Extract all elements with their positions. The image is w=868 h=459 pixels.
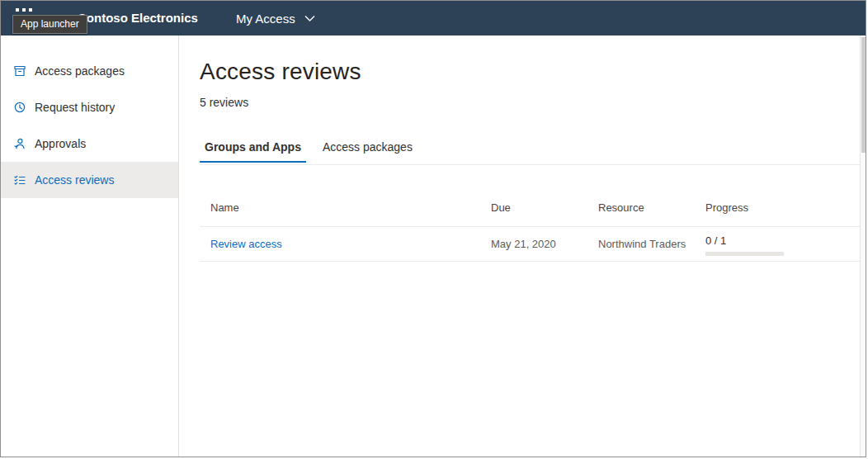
sidebar-item-label: Approvals (35, 137, 86, 150)
sidebar: Access packages Request history Approval… (1, 35, 179, 457)
tab-bar: Groups and Apps Access packages (200, 140, 860, 163)
top-bar: Contoso Electronics My Access App launch… (1, 1, 866, 35)
scrollbar[interactable] (860, 35, 866, 457)
table-header-row: Name Due Resource Progress (200, 188, 860, 227)
column-header-name: Name (210, 201, 491, 214)
sidebar-item-label: Access packages (35, 64, 125, 78)
sidebar-item-access-reviews[interactable]: Access reviews (1, 162, 178, 198)
request-history-icon (13, 101, 26, 114)
review-access-link[interactable]: Review access (210, 238, 282, 250)
sidebar-item-request-history[interactable]: Request history (1, 89, 178, 125)
access-reviews-icon (13, 173, 26, 187)
column-header-due: Due (491, 201, 598, 214)
sidebar-item-access-packages[interactable]: Access packages (1, 53, 178, 89)
app-launcher-tooltip: App launcher (12, 15, 87, 34)
progress-label: 0 / 1 (705, 235, 860, 247)
column-header-resource: Resource (598, 201, 705, 214)
table-row: Review access May 21, 2020 Northwind Tra… (200, 227, 860, 262)
resource-cell: Northwind Traders (598, 238, 705, 250)
progress-cell: 0 / 1 (705, 233, 860, 256)
chevron-down-icon (304, 15, 315, 22)
organization-name: Contoso Electronics (78, 1, 198, 35)
sidebar-item-label: Request history (35, 101, 115, 114)
my-access-portal: Contoso Electronics My Access App launch… (0, 0, 866, 457)
tab-groups-and-apps[interactable]: Groups and Apps (200, 140, 306, 163)
sidebar-item-approvals[interactable]: Approvals (1, 125, 178, 162)
tab-access-packages[interactable]: Access packages (318, 140, 417, 163)
progress-bar (705, 252, 784, 256)
approvals-icon (13, 137, 26, 150)
page-title: Access reviews (200, 59, 860, 85)
my-access-label: My Access (236, 12, 295, 26)
due-cell: May 21, 2020 (491, 238, 598, 250)
scrollbar-thumb[interactable] (861, 37, 866, 153)
my-access-nav[interactable]: My Access (236, 1, 315, 35)
tab-divider (200, 164, 860, 165)
access-packages-icon (13, 64, 26, 78)
review-count: 5 reviews (200, 96, 860, 109)
column-header-progress: Progress (705, 201, 860, 214)
sidebar-item-label: Access reviews (35, 173, 114, 187)
reviews-table: Name Due Resource Progress Review access… (200, 188, 860, 262)
main-content: Access reviews 5 reviews Groups and Apps… (180, 35, 860, 457)
